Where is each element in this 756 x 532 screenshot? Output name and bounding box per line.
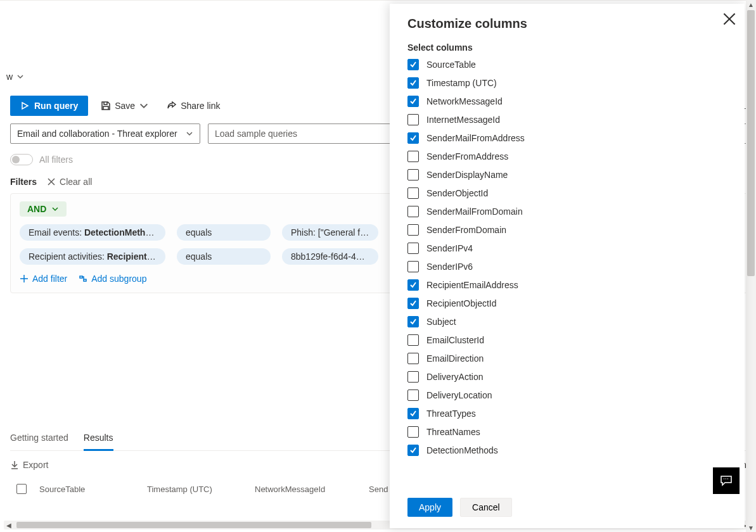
run-query-label: Run query [34, 101, 78, 111]
close-panel-button[interactable] [723, 13, 736, 25]
column-label: NetworkMessageId [426, 96, 503, 106]
column-checkbox-item[interactable]: EmailDirection [407, 353, 727, 364]
col-header-sourcetable[interactable]: SourceTable [39, 484, 134, 494]
checkbox[interactable] [407, 169, 419, 180]
scroll-left-icon[interactable]: ◀ [4, 521, 14, 529]
column-checkbox-item[interactable]: SenderFromDomain [407, 224, 727, 236]
logic-operator-pill[interactable]: AND [20, 201, 67, 217]
column-checkbox-item[interactable]: Subject [407, 316, 727, 327]
column-checkbox-item[interactable]: InternetMessageId [407, 114, 727, 125]
column-label: SenderFromDomain [426, 225, 506, 235]
filter-value-pill[interactable]: Phish: ["General filter" [282, 224, 378, 241]
checkbox[interactable] [407, 261, 419, 272]
add-filter-button[interactable]: Add filter [20, 274, 67, 284]
clear-all-button[interactable]: Clear all [47, 177, 92, 187]
run-query-button[interactable]: Run query [10, 96, 88, 116]
checkbox[interactable] [407, 243, 419, 254]
plus-icon [20, 274, 29, 283]
column-checkbox-item[interactable]: SenderMailFromAddress [407, 132, 727, 144]
filter-value-pill[interactable]: 8bb129fe-f6d4-431f-8 [282, 248, 378, 265]
column-checkbox-item[interactable]: ThreatNames [407, 426, 727, 438]
checkbox[interactable] [407, 298, 419, 309]
column-checkbox-item[interactable]: EmailClusterId [407, 334, 727, 346]
checkbox[interactable] [407, 187, 419, 199]
filter-field-pill[interactable]: Email events: DetectionMethods [20, 224, 165, 241]
column-list: SourceTableTimestamp (UTC)NetworkMessage… [407, 59, 727, 488]
cancel-button[interactable]: Cancel [460, 498, 512, 517]
filters-title: Filters [10, 177, 37, 187]
checkbox[interactable] [407, 279, 419, 291]
panel-footer: Apply Cancel [407, 488, 727, 517]
checkbox[interactable] [407, 316, 419, 327]
all-filters-label: All filters [39, 155, 73, 165]
column-label: DetectionMethods [426, 445, 498, 455]
column-label: SenderMailFromDomain [426, 206, 523, 217]
column-checkbox-item[interactable]: RecipientObjectId [407, 298, 727, 309]
apply-button[interactable]: Apply [407, 498, 452, 517]
column-label: ThreatTypes [426, 408, 476, 419]
column-checkbox-item[interactable]: NetworkMessageId [407, 96, 727, 107]
checkbox[interactable] [407, 96, 419, 107]
chat-icon [720, 474, 733, 487]
feedback-button[interactable] [713, 467, 740, 494]
checkbox[interactable] [407, 334, 419, 346]
scroll-up-icon[interactable]: ▲ [746, 0, 756, 9]
scope-value: Email and collaboration - Threat explore… [17, 129, 177, 139]
tab-getting-started[interactable]: Getting started [10, 426, 68, 450]
column-checkbox-item[interactable]: Timestamp (UTC) [407, 77, 727, 89]
tab-results[interactable]: Results [84, 426, 113, 451]
save-button[interactable]: Save [96, 96, 154, 116]
column-checkbox-item[interactable]: DetectionMethods [407, 445, 727, 456]
checkbox[interactable] [407, 426, 419, 438]
checkbox[interactable] [407, 224, 419, 236]
chevron-down-icon [139, 101, 149, 111]
checkbox[interactable] [407, 59, 419, 70]
column-label: SenderObjectId [426, 188, 488, 198]
share-link-button[interactable]: Share link [162, 96, 225, 116]
add-subgroup-button[interactable]: Add subgroup [79, 274, 146, 284]
sample-placeholder: Load sample queries [215, 129, 297, 139]
scope-dropdown[interactable]: Email and collaboration - Threat explore… [10, 124, 200, 144]
column-label: SenderIPv4 [426, 243, 473, 253]
column-label: SenderDisplayName [426, 170, 508, 180]
column-checkbox-item[interactable]: SenderIPv4 [407, 243, 727, 254]
checkbox[interactable] [407, 77, 419, 89]
column-checkbox-item[interactable]: SenderFromAddress [407, 151, 727, 162]
column-checkbox-item[interactable]: SenderIPv6 [407, 261, 727, 272]
col-header-sender[interactable]: Send [369, 484, 388, 494]
column-checkbox-item[interactable]: SenderMailFromDomain [407, 206, 727, 217]
column-checkbox-item[interactable]: DeliveryAction [407, 371, 727, 383]
column-checkbox-item[interactable]: DeliveryLocation [407, 390, 727, 401]
column-label: ThreatNames [426, 427, 480, 437]
checkbox[interactable] [407, 390, 419, 401]
save-icon [101, 101, 111, 111]
column-checkbox-item[interactable]: RecipientEmailAddress [407, 279, 727, 291]
checkbox[interactable] [407, 353, 419, 364]
filter-field-pill[interactable]: Recipient activities: RecipientObj… [20, 248, 165, 265]
all-filters-toggle[interactable] [10, 154, 33, 165]
column-checkbox-item[interactable]: ThreatTypes [407, 408, 727, 419]
col-header-timestamp[interactable]: Timestamp (UTC) [147, 484, 242, 494]
column-checkbox-item[interactable]: SenderObjectId [407, 187, 727, 199]
checkbox[interactable] [407, 445, 419, 456]
scroll-down-icon[interactable]: ▼ [746, 523, 756, 532]
column-checkbox-item[interactable]: SenderDisplayName [407, 169, 727, 180]
checkbox[interactable] [407, 371, 419, 383]
checkbox[interactable] [407, 151, 419, 162]
vertical-scrollbar[interactable]: ▲ ▼ [746, 0, 756, 532]
export-button[interactable]: Export [10, 460, 48, 470]
subgroup-icon [79, 274, 87, 283]
chevron-down-icon [51, 205, 59, 213]
checkbox[interactable] [407, 206, 419, 217]
select-all-checkbox[interactable] [16, 484, 27, 494]
download-icon [10, 460, 19, 469]
checkbox[interactable] [407, 114, 419, 125]
filter-op-pill[interactable]: equals [177, 224, 271, 241]
checkbox[interactable] [407, 132, 419, 144]
checkbox[interactable] [407, 408, 419, 419]
filter-op-pill[interactable]: equals [177, 248, 271, 265]
col-header-networkmessageid[interactable]: NetworkMessageId [255, 484, 356, 494]
column-checkbox-item[interactable]: SourceTable [407, 59, 727, 70]
column-label: EmailDirection [426, 353, 484, 364]
column-label: Subject [426, 317, 456, 327]
